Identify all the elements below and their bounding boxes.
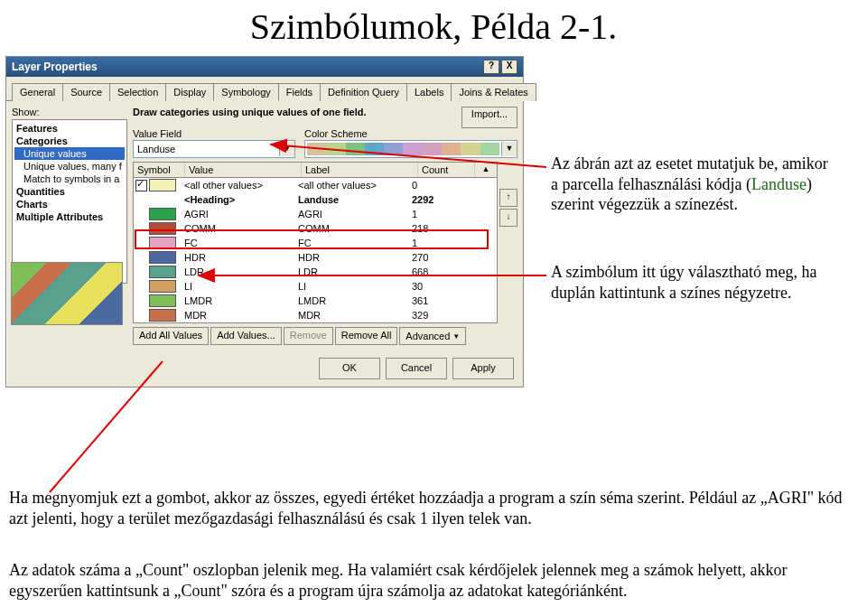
color-scheme-label: Color Scheme [304, 128, 517, 139]
symbol-swatch[interactable] [149, 280, 176, 293]
add-all-values-button[interactable]: Add All Values [133, 327, 209, 345]
callout-1: Az ábrán azt az esetet mutatjuk be, amik… [551, 154, 858, 215]
cell-label: HDR [296, 252, 410, 263]
table-row[interactable]: HDRHDR270 [134, 250, 497, 265]
cell-label: COMM [296, 223, 410, 234]
cell-value: COMM [182, 223, 296, 234]
cell-count: 270 [410, 252, 497, 263]
cell-count: 30 [410, 281, 497, 292]
table-row[interactable]: <Heading>Landuse2292 [134, 192, 497, 207]
cell-count: 218 [410, 223, 497, 234]
cell-label: FC [296, 238, 410, 248]
ok-button[interactable]: OK [319, 358, 380, 379]
cell-count: 0 [410, 180, 497, 191]
tabstrip: GeneralSourceSelectionDisplaySymbologyFi… [6, 77, 523, 101]
table-row[interactable]: LMDRLMDR361 [134, 294, 497, 308]
tree-item[interactable]: Match to symbols in a [14, 173, 125, 185]
advanced-button[interactable]: Advanced ▼ [399, 327, 466, 345]
cell-count: 2292 [410, 194, 497, 205]
cell-value: HDR [182, 252, 296, 263]
move-up-button[interactable]: ↑ [499, 189, 517, 207]
symbol-swatch[interactable] [149, 294, 176, 307]
dialog-title: Layer Properties [12, 61, 98, 73]
tab-definition-query[interactable]: Definition Query [320, 83, 407, 101]
table-row[interactable]: AGRIAGRI1 [134, 207, 497, 221]
tree-item[interactable]: Charts [14, 198, 125, 210]
table-row[interactable]: FCFC1 [134, 236, 497, 250]
color-ramp-swatch [307, 143, 499, 155]
chevron-down-icon: ▼ [452, 332, 460, 341]
show-label: Show: [12, 107, 127, 117]
symbol-swatch[interactable] [149, 237, 176, 249]
cell-value: LDR [182, 266, 296, 277]
symbol-swatch[interactable] [149, 266, 176, 278]
symbol-swatch[interactable] [149, 179, 176, 191]
tree-item[interactable]: Features [14, 122, 125, 135]
value-field-label: Value Field [133, 128, 295, 139]
symbol-swatch[interactable] [149, 208, 176, 220]
cancel-button[interactable]: Cancel [386, 358, 447, 379]
tab-fields[interactable]: Fields [278, 83, 321, 101]
tree-item[interactable]: Unique values [14, 147, 125, 160]
tab-selection[interactable]: Selection [109, 83, 166, 101]
import-button[interactable]: Import... [461, 107, 517, 128]
advanced-label: Advanced [406, 331, 450, 341]
table-row[interactable]: COMMCOMM218 [134, 221, 497, 236]
tab-display[interactable]: Display [165, 83, 214, 101]
tree-item[interactable]: Categories [14, 135, 125, 147]
table-row[interactable]: LILI30 [134, 279, 497, 294]
close-button[interactable]: X [501, 60, 517, 74]
table-row[interactable]: <all other values><all other values>0 [134, 178, 497, 192]
panel-description: Draw categories using unique values of o… [133, 107, 454, 117]
col-value[interactable]: Value [185, 163, 302, 177]
col-symbol[interactable]: Symbol [134, 163, 185, 177]
tab-general[interactable]: General [12, 83, 63, 101]
cell-label: LDR [296, 266, 410, 277]
page-title: Szimbólumok, Példa 2-1. [0, 5, 867, 48]
value-field-dropdown[interactable]: Landuse ▼ [133, 140, 295, 158]
col-count[interactable]: Count [418, 163, 475, 177]
show-tree[interactable]: FeaturesCategoriesUnique valuesUnique va… [12, 119, 127, 284]
remove-all-button[interactable]: Remove All [335, 327, 398, 345]
tab-source[interactable]: Source [62, 83, 110, 101]
cell-value: LMDR [182, 295, 296, 306]
table-row[interactable]: LDRLDR668 [134, 265, 497, 279]
scroll-up-icon[interactable]: ▲ [475, 163, 497, 177]
symbol-swatch[interactable] [149, 251, 176, 264]
cell-count: 668 [410, 266, 497, 277]
cell-value: MDR [182, 310, 296, 321]
callout-2: A szimbólum itt úgy választható meg, ha … [551, 262, 858, 303]
table-row[interactable]: MDRMDR329 [134, 308, 497, 322]
symbol-grid[interactable]: Symbol Value Label Count ▲ <all other va… [133, 162, 498, 323]
remove-button[interactable]: Remove [284, 327, 333, 345]
cell-label: Landuse [296, 194, 410, 205]
value-field-value: Landuse [134, 144, 279, 154]
move-down-button[interactable]: ↓ [499, 209, 517, 227]
apply-button[interactable]: Apply [452, 358, 514, 379]
paragraph-2: Az adatok száma a „Count" oszlopban jele… [9, 560, 858, 602]
cell-label: LI [296, 281, 410, 292]
cell-count: 361 [410, 295, 497, 306]
all-other-values-checkbox[interactable] [135, 180, 147, 191]
paragraph-1: Ha megnyomjuk ezt a gombot, akkor az öss… [9, 488, 858, 530]
tree-item[interactable]: Multiple Attributes [14, 210, 125, 223]
cell-count: 329 [410, 310, 497, 321]
cell-label: AGRI [296, 209, 410, 219]
tree-item[interactable]: Unique values, many f [14, 160, 125, 173]
add-values-button[interactable]: Add Values... [210, 327, 282, 345]
color-scheme-dropdown[interactable]: ▼ [304, 140, 517, 158]
cell-value: FC [182, 238, 296, 248]
tab-joins-relates[interactable]: Joins & Relates [451, 83, 536, 101]
symbol-swatch[interactable] [149, 309, 176, 322]
cell-value: AGRI [182, 209, 296, 219]
help-button[interactable]: ? [483, 60, 499, 74]
tab-labels[interactable]: Labels [406, 83, 452, 101]
cell-label: <all other values> [296, 180, 410, 191]
tree-item[interactable]: Quantities [14, 185, 125, 198]
preview-map-thumbnail [11, 262, 123, 325]
symbol-swatch[interactable] [149, 222, 176, 235]
chevron-down-icon: ▼ [501, 142, 517, 156]
col-label[interactable]: Label [302, 163, 418, 177]
tab-symbology[interactable]: Symbology [213, 83, 278, 101]
cell-count: 1 [410, 238, 497, 248]
